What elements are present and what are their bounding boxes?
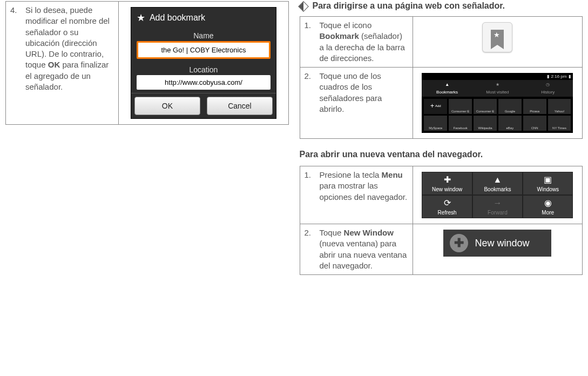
grid-cell[interactable]: Yahoo! — [548, 99, 571, 114]
addbm-name-label: Name — [131, 28, 276, 41]
bm-step1-bold: Bookmark — [320, 31, 359, 41]
grid-cell[interactable]: Google — [498, 99, 522, 114]
addbm-button-bar: OK Cancel — [131, 93, 276, 118]
addbookmark-step-table: 4. Si lo desea, puede modificar el nombr… — [5, 1, 289, 125]
refresh-menu-icon: ⟳ — [444, 199, 451, 207]
menu-forward[interactable]: →Forward — [472, 195, 523, 218]
right-column: Para dirigirse a una página web con seña… — [294, 0, 589, 376]
step4-text-cell: 4. Si lo desea, puede modificar el nombr… — [6, 2, 119, 125]
bookmark-nav-table: 1. Toque el icono Bookmark (señalador) a… — [300, 16, 583, 139]
bm-step1-pre: Toque el icono — [320, 21, 372, 30]
addbm-location-field[interactable]: http://www.cobyusa.com/ — [137, 75, 271, 90]
menu-new-window[interactable]: ✚New window — [422, 172, 472, 195]
win-step2-pre: Toque — [320, 228, 344, 237]
tab-most-visited[interactable]: ★ Most visited — [472, 80, 523, 97]
screenshot-add-bookmark: ★ Add bookmark Name the Go! | COBY Elect… — [131, 7, 276, 119]
mostvisited-tab-icon: ★ — [494, 82, 501, 89]
win-step1-text: 1. Presione la tecla Menu para mostrar l… — [300, 166, 413, 224]
screenshot-browser-menu: ✚New window ▲Bookmarks ▣Windows ⟳Refresh… — [422, 172, 573, 218]
bm-grid: +Add Consumer E Consumer E Google Picasa… — [422, 97, 573, 133]
status-bar: ▮ 2:16 pm ▮ — [422, 73, 573, 80]
heading-new-window: Para abrir una nueva ventana del navegad… — [300, 150, 583, 159]
menu-refresh[interactable]: ⟳Refresh — [422, 195, 472, 218]
heading1-text: Para dirigirse a una página web con seña… — [313, 1, 505, 11]
win-step1-num: 1. — [305, 170, 320, 203]
grid-cell[interactable]: CNN — [523, 116, 546, 131]
grid-cell[interactable]: Wikipedia — [474, 116, 497, 131]
forward-menu-icon: → — [493, 199, 502, 207]
grid-cell[interactable]: Facebook — [449, 116, 472, 131]
bm-step2-body: Toque uno de los cuadros de los señalado… — [320, 71, 408, 115]
menu-more[interactable]: ◉More — [523, 195, 573, 218]
signal-icon: ▮ — [547, 74, 549, 79]
bookmarks-menu-icon: ▲ — [494, 176, 502, 184]
screenshot-new-window-button[interactable]: ✚ New window — [443, 230, 551, 257]
addbm-name-field[interactable]: the Go! | COBY Electronics — [137, 41, 271, 59]
step4-body: Si lo desea, puede modificar el nombre d… — [25, 5, 114, 92]
win-step1-img: ✚New window ▲Bookmarks ▣Windows ⟳Refresh… — [413, 166, 582, 224]
bookmark-icon[interactable]: ★ — [482, 22, 512, 52]
ok-button[interactable]: OK — [134, 97, 200, 115]
star-icon: ★ — [137, 12, 145, 24]
screenshot-bookmarks-grid: ▮ 2:16 pm ▮ ▲ Bookmarks ★ Most visited — [422, 73, 573, 133]
addbm-title: Add bookmark — [150, 13, 205, 23]
bm-step2-text: 2. Toque uno de los cuadros de los señal… — [300, 68, 413, 139]
win-step2-num: 2. — [305, 227, 320, 271]
bookmark-tab-icon: ▲ — [444, 82, 450, 89]
ribbon-icon: ★ — [491, 30, 504, 45]
win-step1-post: para mostrar las opciones del navegador. — [320, 181, 408, 201]
grid-cell[interactable]: Picasa — [523, 99, 546, 114]
bm-step2-img: ▮ 2:16 pm ▮ ▲ Bookmarks ★ Most visited — [413, 68, 582, 139]
grid-cell[interactable]: MySpace — [424, 116, 447, 131]
addbm-title-row: ★ Add bookmark — [131, 8, 276, 28]
grid-add[interactable]: +Add — [424, 99, 447, 114]
left-column: 4. Si lo desea, puede modificar el nombr… — [0, 0, 294, 376]
diamond-icon — [298, 1, 309, 12]
win-step2-text: 2. Toque New Window (nueva ventana) para… — [300, 224, 413, 275]
bm-step1-num: 1. — [305, 20, 320, 64]
menu-bookmarks[interactable]: ▲Bookmarks — [472, 172, 523, 195]
win-step1-pre: Presione la tecla — [320, 170, 382, 179]
grid-cell[interactable]: eBay — [498, 116, 522, 131]
bm-step1-img: ★ — [413, 17, 582, 68]
history-tab-icon: ◷ — [545, 82, 551, 89]
menu-windows[interactable]: ▣Windows — [523, 172, 573, 195]
ribbon-star-icon: ★ — [494, 31, 500, 39]
addbm-location-label: Location — [131, 62, 276, 75]
status-time: 2:16 pm — [551, 74, 567, 79]
newwindow-menu-icon: ✚ — [444, 176, 451, 184]
grid-cell[interactable]: NY Times — [548, 116, 571, 131]
win-step2-img: ✚ New window — [413, 224, 582, 275]
windows-menu-icon: ▣ — [544, 176, 552, 184]
grid-cell[interactable]: Consumer E — [474, 99, 497, 114]
step4-bold: OK — [48, 60, 60, 69]
win-step2-post: (nueva ventana) para abrir una nueva ven… — [320, 239, 407, 270]
bm-step2-num: 2. — [305, 71, 320, 115]
circle-plus-icon: ✚ — [450, 234, 468, 252]
tab-bookmarks[interactable]: ▲ Bookmarks — [422, 80, 472, 97]
step4-number: 4. — [10, 5, 25, 92]
battery-icon: ▮ — [569, 74, 571, 79]
more-menu-icon: ◉ — [544, 199, 552, 207]
new-window-table: 1. Presione la tecla Menu para mostrar l… — [300, 166, 583, 275]
win-step2-bold: New Window — [344, 228, 394, 237]
new-window-label: New window — [475, 238, 529, 249]
win-step1-bold: Menu — [382, 170, 403, 179]
cancel-button[interactable]: Cancel — [207, 97, 273, 115]
tab-history[interactable]: ◷ History — [523, 80, 573, 97]
step4-image-cell: ★ Add bookmark Name the Go! | COBY Elect… — [119, 2, 288, 125]
heading-bookmark-nav: Para dirigirse a una página web con seña… — [300, 1, 583, 11]
grid-cell[interactable]: Consumer E — [449, 99, 472, 114]
plus-icon: + — [430, 102, 434, 110]
bm-step1-text: 1. Toque el icono Bookmark (señalador) a… — [300, 17, 413, 68]
bm-tabs: ▲ Bookmarks ★ Most visited ◷ History — [422, 80, 573, 97]
